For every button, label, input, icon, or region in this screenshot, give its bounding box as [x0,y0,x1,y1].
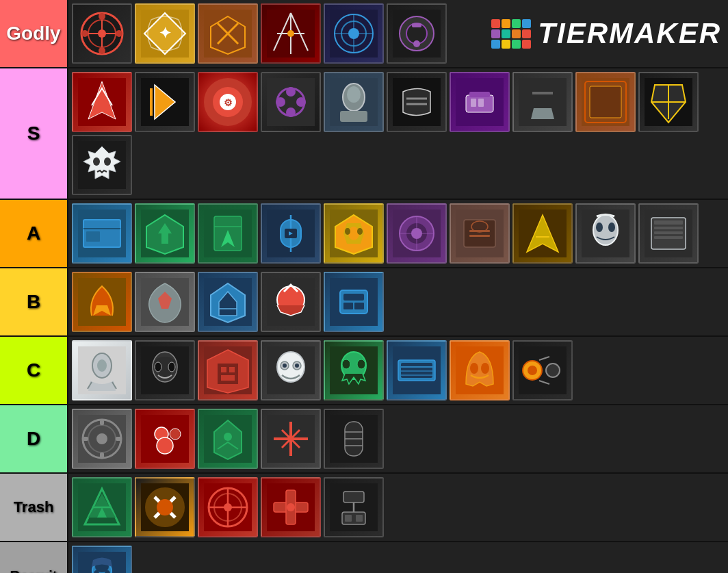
list-item[interactable] [197,408,259,470]
svg-point-197 [224,503,232,511]
svg-point-142 [283,364,287,368]
svg-rect-134 [218,364,238,384]
list-item[interactable] [134,271,196,333]
svg-point-147 [357,359,365,369]
svg-rect-109 [654,236,683,239]
svg-point-160 [546,364,560,377]
list-item[interactable] [323,271,385,333]
svg-point-102 [596,222,603,232]
list-item[interactable] [71,134,133,196]
list-item[interactable] [71,271,133,333]
list-item[interactable] [197,340,259,401]
svg-point-44 [286,87,296,97]
svg-point-66 [93,157,100,166]
tier-row-a: A [0,200,728,268]
list-item[interactable] [197,476,259,538]
c-label: C [27,359,40,381]
svg-rect-206 [345,515,352,522]
svg-rect-94 [464,220,495,247]
svg-rect-106 [654,220,683,225]
list-item[interactable] [512,340,573,401]
list-item[interactable] [260,408,322,470]
tier-row-s: S ⚙ [0,68,728,200]
list-item[interactable] [386,203,447,264]
list-item[interactable] [386,71,447,133]
a-label: A [27,222,40,244]
svg-point-130 [155,362,161,372]
godly-label: Godly [6,23,60,44]
svg-rect-122 [354,303,364,309]
list-item[interactable] [449,203,510,264]
list-item[interactable] [260,71,322,133]
list-item[interactable] [134,340,196,401]
list-item[interactable] [71,476,133,538]
list-item[interactable] [449,340,510,401]
list-item[interactable] [71,340,133,401]
list-item[interactable] [512,203,573,264]
svg-point-32 [413,40,420,47]
list-item[interactable]: ✦ [134,3,196,64]
svg-rect-107 [654,227,683,229]
svg-point-155 [470,363,478,374]
svg-point-86 [357,228,363,235]
svg-point-174 [157,437,173,454]
logo-dot [491,19,500,28]
tier-row-c: C [0,337,728,405]
trash-label: Trash [14,498,54,516]
list-item[interactable] [71,545,133,573]
list-item[interactable] [260,340,322,401]
svg-rect-120 [343,294,364,301]
logo-dot [502,40,510,49]
list-item[interactable] [134,203,196,264]
list-item[interactable] [323,71,385,133]
list-item[interactable] [260,476,322,538]
svg-point-125 [97,359,107,372]
svg-rect-54 [471,99,476,107]
list-item[interactable] [323,408,385,470]
list-item[interactable] [323,340,385,401]
list-item[interactable] [575,203,636,264]
list-item[interactable] [197,271,259,333]
list-item[interactable] [386,340,447,401]
list-item[interactable]: ⚙ [197,71,259,133]
svg-rect-170 [116,437,121,441]
list-item[interactable] [71,408,133,470]
list-item[interactable] [260,203,322,264]
logo-dot [491,29,500,38]
list-item[interactable] [260,3,322,64]
list-item[interactable] [197,3,259,64]
list-item[interactable] [638,203,699,264]
list-item[interactable] [638,71,699,133]
d-label: D [27,428,40,450]
list-item[interactable] [260,271,322,333]
tier-label-a: A [0,200,68,267]
svg-point-4 [98,29,106,38]
list-item[interactable] [449,71,510,133]
recruit-content [68,542,728,573]
list-item[interactable] [575,71,636,133]
tier-label-d: D [0,405,68,472]
list-item[interactable] [386,3,447,64]
tier-row-godly: Godly [0,0,728,68]
svg-point-156 [481,363,489,374]
logo-dot [522,40,531,49]
list-item[interactable] [197,203,259,264]
list-item[interactable] [71,3,133,64]
svg-point-173 [170,429,181,440]
list-item[interactable] [71,203,133,264]
s-content: ⚙ [68,68,728,199]
tiermaker-logo: TiERMAKER [491,17,721,50]
list-item[interactable] [323,203,385,264]
svg-rect-71 [86,231,100,242]
list-item[interactable] [134,71,196,133]
list-item[interactable] [71,71,133,133]
list-item[interactable] [134,476,196,538]
list-item[interactable] [323,3,385,64]
list-item[interactable] [323,476,385,538]
list-item[interactable] [134,408,196,470]
list-item[interactable] [512,71,573,133]
logo-dot [522,19,531,28]
s-label: S [27,123,40,144]
svg-point-43 [296,97,306,107]
svg-text:✦: ✦ [159,25,171,42]
